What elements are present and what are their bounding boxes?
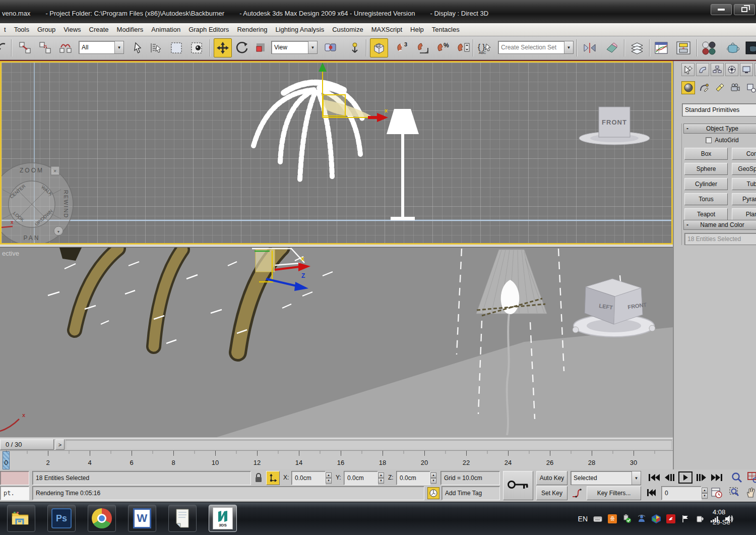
taskbar-explorer-button[interactable]: [7, 505, 35, 532]
select-by-name-icon[interactable]: [147, 38, 165, 57]
time-slider-handle[interactable]: 0 / 30: [0, 439, 54, 450]
wheel-menu-icon[interactable]: ▼: [57, 230, 60, 233]
layer-manager-icon[interactable]: [628, 38, 646, 57]
z-spinner[interactable]: ▲▼: [430, 472, 436, 484]
gizmo-y-arrow[interactable]: [319, 63, 327, 72]
select-and-rotate-icon[interactable]: [233, 38, 251, 57]
sphere-button[interactable]: Sphere: [684, 163, 728, 175]
maximize-button[interactable]: [734, 4, 755, 15]
key-filters-button[interactable]: Key Filters...: [587, 486, 641, 500]
torus-button[interactable]: Torus: [684, 193, 728, 205]
avg-tray-icon[interactable]: [652, 514, 661, 523]
selection-lock-icon[interactable]: [254, 472, 263, 484]
rendered-frame-window-icon[interactable]: [744, 38, 756, 57]
transform-typein-toggle[interactable]: [266, 471, 280, 485]
menu-maxscript[interactable]: MAXScript: [367, 24, 406, 35]
viewport-front[interactable]: x FRONT: [0, 61, 673, 245]
taskbar-notepad-button[interactable]: [168, 505, 197, 532]
plane-button[interactable]: Plane: [732, 208, 756, 220]
viewport-perspective[interactable]: x Z: [0, 248, 673, 437]
current-frame-field[interactable]: 0: [661, 486, 702, 500]
helpers-category-icon[interactable]: [744, 81, 756, 94]
schematic-view-icon[interactable]: [674, 38, 692, 57]
taskbar-photoshop-button[interactable]: Ps: [47, 505, 76, 532]
dropdown-arrow-icon[interactable]: ▼: [632, 471, 641, 485]
menu-views[interactable]: Views: [59, 24, 85, 35]
minimize-button[interactable]: [711, 4, 732, 15]
viewcube-front-label[interactable]: FRONT: [602, 118, 627, 126]
name-color-rollout-header[interactable]: - Name and Color: [683, 220, 756, 230]
dropdown-arrow-icon[interactable]: ▼: [114, 41, 123, 53]
lights-category-icon[interactable]: [713, 81, 726, 94]
object-type-rollout-header[interactable]: - Object Type: [683, 124, 756, 134]
teapot-button[interactable]: Teapot: [684, 208, 728, 220]
menu-help[interactable]: Help: [406, 24, 428, 35]
add-time-tag-field[interactable]: Add Time Tag: [442, 486, 500, 500]
gizmo-z-arrow[interactable]: [266, 279, 308, 291]
zoom-extents-icon[interactable]: [747, 471, 756, 484]
cone-button[interactable]: Cone: [732, 148, 756, 160]
select-and-move-button[interactable]: [214, 38, 232, 57]
key-mode-dropdown[interactable]: Selected ▼: [571, 471, 641, 485]
viewcube-front-view[interactable]: FRONT: [579, 107, 650, 145]
gizmo-x-arrow[interactable]: [368, 113, 388, 122]
menu-edit-partial[interactable]: t: [0, 24, 10, 35]
go-to-start-button[interactable]: [647, 472, 660, 483]
menu-tentacles[interactable]: Tentacles: [428, 24, 464, 35]
menu-animation[interactable]: Animation: [147, 24, 184, 35]
shapes-category-icon[interactable]: [697, 81, 711, 94]
tab-display-icon[interactable]: [740, 63, 753, 76]
viewport-label-perspective[interactable]: ective: [2, 250, 19, 257]
geometry-category-icon[interactable]: [681, 81, 695, 94]
tab-modify-icon[interactable]: [696, 63, 709, 76]
steering-wheel[interactable]: ZOOM REWIND PAN CENTER WALK LOOK UP/DOWN…: [2, 163, 73, 243]
action-center-flag-icon[interactable]: [681, 514, 690, 523]
language-indicator[interactable]: EN: [578, 515, 588, 523]
viewcube-perspective[interactable]: LEFT FRONT: [573, 279, 655, 337]
tab-motion-icon[interactable]: [725, 63, 738, 76]
menu-modifiers[interactable]: Modifiers: [113, 24, 148, 35]
dropdown-arrow-icon[interactable]: ▼: [564, 41, 573, 53]
time-slider-track[interactable]: [66, 440, 672, 449]
edit-named-selection-sets-icon[interactable]: { }ABC: [476, 38, 494, 57]
power-plug-icon[interactable]: [696, 514, 705, 523]
maxscript-mini-listener[interactable]: pt.: [0, 486, 29, 500]
z-coordinate-field[interactable]: 0.0cm: [396, 471, 430, 485]
select-object-icon[interactable]: [129, 38, 147, 57]
go-to-end-button[interactable]: [711, 472, 724, 483]
tab-create-icon[interactable]: [681, 63, 695, 76]
teamviewer-tray-icon[interactable]: [637, 514, 646, 523]
wheel-pan-wedge[interactable]: PAN: [24, 234, 40, 242]
macro-recorder-pane[interactable]: [0, 471, 29, 485]
tube-button[interactable]: Tube: [732, 178, 756, 190]
bind-to-space-warp-icon[interactable]: [56, 38, 75, 57]
set-key-button[interactable]: Set Key: [536, 486, 568, 500]
java-tray-icon[interactable]: [608, 514, 617, 523]
spinner-snap-toggle-icon[interactable]: [455, 38, 473, 57]
window-crossing-icon[interactable]: [187, 38, 206, 57]
render-setup-icon[interactable]: [724, 38, 742, 57]
box-button[interactable]: Box: [684, 148, 728, 160]
default-in-out-tangents-icon[interactable]: [571, 487, 584, 500]
play-button[interactable]: [678, 471, 692, 484]
menu-group[interactable]: Group: [33, 24, 59, 35]
previous-frame-button[interactable]: [663, 472, 675, 483]
time-configuration-icon[interactable]: [711, 487, 723, 499]
geosphere-button[interactable]: GeoSphere: [732, 163, 756, 175]
auto-key-button[interactable]: Auto Key: [536, 471, 568, 485]
taskbar-3dsmax-button[interactable]: 3DS: [209, 505, 237, 532]
menu-create[interactable]: Create: [85, 24, 113, 35]
select-and-manipulate-icon[interactable]: [346, 38, 364, 57]
pyramid-button[interactable]: Pyramid: [732, 193, 756, 205]
menu-tools[interactable]: Tools: [10, 24, 33, 35]
rectangular-selection-region-icon[interactable]: [167, 38, 185, 57]
zoom-tool-icon[interactable]: [731, 471, 743, 484]
usb-safely-remove-icon[interactable]: [622, 514, 632, 523]
selection-filter-dropdown[interactable]: All ▼: [79, 41, 124, 54]
x-coordinate-field[interactable]: 0.0cm: [291, 471, 326, 485]
primitive-category-dropdown[interactable]: Standard Primitives: [682, 103, 756, 116]
keyboard-shortcut-override-button[interactable]: [370, 38, 388, 57]
redo-icon[interactable]: [0, 38, 11, 57]
wheel-close-icon[interactable]: ×: [53, 168, 56, 174]
pan-hand-icon[interactable]: [745, 487, 756, 499]
